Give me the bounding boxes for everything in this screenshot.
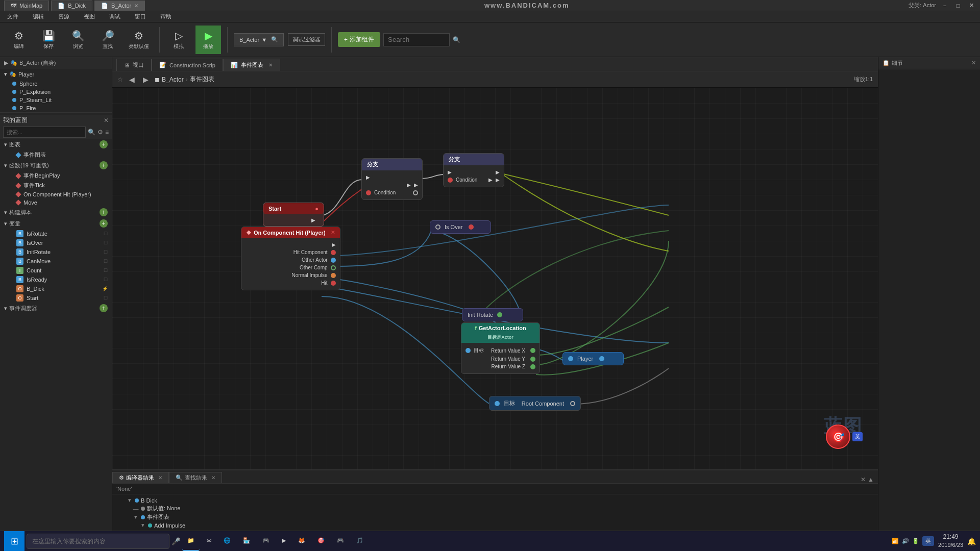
taskbar-mail[interactable]: ✉ [202, 532, 216, 551]
close-find-tab[interactable]: ✕ [211, 475, 215, 481]
tab-find-results[interactable]: 🔍 查找结果 ✕ [169, 472, 222, 483]
settings-button[interactable]: ⚙ 类默认值 [125, 26, 153, 54]
player-section-header[interactable]: ▾ 🎭 Player [0, 69, 112, 80]
tab-construction-script[interactable]: 📝 Construction Scrip [152, 59, 223, 71]
hit-pin[interactable]: Hit [241, 279, 340, 287]
blueprint-search-input[interactable] [3, 127, 86, 138]
event-beginplay-item[interactable]: 事件BeginPlay [0, 171, 112, 181]
start-output-exec[interactable]: ▶ [267, 216, 320, 224]
play-button[interactable]: ▶ 播放 [195, 26, 221, 54]
graphs-header[interactable]: ▾ 图表 + [0, 139, 112, 150]
taskbar-browser[interactable]: 🌐 [218, 532, 236, 551]
taskbar-game1[interactable]: 🎮 [257, 532, 275, 551]
expand-bdick[interactable]: ▾ [127, 497, 133, 504]
save-button[interactable]: 💾 保存 [36, 26, 61, 54]
close-button[interactable]: ✕ [967, 2, 976, 9]
back-button[interactable]: ◀ [127, 74, 137, 85]
move-item[interactable]: Move [0, 198, 112, 207]
add-function-button[interactable]: + [100, 161, 108, 169]
taskbar-file-explorer[interactable]: 📁 [182, 532, 200, 551]
filter-icon[interactable]: ⚙ [97, 129, 103, 136]
branch1-condition-pin[interactable]: Condition [362, 189, 422, 196]
star-icon[interactable]: ☆ [117, 76, 123, 83]
actor-breadcrumb[interactable]: B_Actor [162, 76, 184, 83]
on-component-hit-node[interactable]: ◆ On Component Hit (Player) ✕ ▶ Hit Comp… [241, 227, 340, 290]
menu-window[interactable]: 窗口 [132, 12, 149, 21]
macros-header[interactable]: ▾ 构建脚本 + [0, 207, 112, 218]
browse-button[interactable]: 🔍 浏览 [65, 26, 91, 54]
notification-icon[interactable]: 🔔 [967, 537, 976, 545]
start-button[interactable]: ⊞ [4, 531, 24, 552]
find-button[interactable]: 🔎 直找 [95, 26, 120, 54]
time-block[interactable]: 21:49 2019/6/23 [938, 533, 963, 549]
p-fire-item[interactable]: P_Fire [0, 104, 112, 112]
add-macro-button[interactable]: + [100, 208, 108, 216]
branch2-node[interactable]: 分支 ▶ ▶ Condition ▶ ▶ [443, 153, 504, 187]
tree-row-addimpulse1[interactable]: ▾ Add Impulse [112, 521, 878, 529]
mic-icon[interactable]: 🎤 [172, 537, 180, 545]
branch1-node[interactable]: 分支 ▶ ▶ ▶ Condition [361, 158, 423, 200]
close-bottom-icon[interactable]: ✕ [861, 476, 866, 483]
compile-button[interactable]: ⚙ 编译 [6, 26, 32, 54]
hit-component-pin[interactable]: Hit Component [241, 248, 340, 256]
taskbar-search-input[interactable] [27, 534, 169, 549]
functions-header[interactable]: ▾ 函数(19 可重载) + [0, 160, 112, 171]
p-explosion-item[interactable]: P_Explosion [0, 88, 112, 96]
network-icon[interactable]: 📶 [892, 538, 899, 544]
var-canmove[interactable]: B CanMove ☐ [0, 257, 112, 266]
tab-bdick[interactable]: 📄 B_Dick [51, 1, 92, 11]
p-steam-lit-item[interactable]: P_Steam_Lit [0, 96, 112, 104]
maximize-button[interactable]: □ [953, 2, 963, 9]
minimize-button[interactable]: − [940, 2, 949, 9]
menu-file[interactable]: 文件 [4, 12, 21, 21]
taskbar-steam[interactable]: 🎮 [332, 532, 349, 551]
event-tick-item[interactable]: 事件Tick [0, 181, 112, 190]
node-close-x[interactable]: ✕ [331, 230, 335, 235]
get-actor-location-node[interactable]: f GetActorLocation 目标是Actor 目标 Return Va… [461, 322, 540, 374]
taskbar-firefox[interactable]: 🦊 [293, 532, 310, 551]
tab-event-graph[interactable]: 📊 事件图表 ✕ [223, 59, 280, 71]
add-component-button[interactable]: + 添加组件 [338, 32, 380, 47]
close-icon[interactable]: ✕ [104, 117, 109, 124]
menu-asset[interactable]: 资源 [55, 12, 72, 21]
event-graph-item[interactable]: 事件图表 [0, 150, 112, 160]
var-bdick[interactable]: O B_Dick ⚡ [0, 284, 112, 293]
add-graph-button[interactable]: + [100, 140, 108, 148]
start-node[interactable]: Start ● ▶ [263, 203, 324, 227]
tree-row-eventgraph[interactable]: ▾ 事件图表 [112, 513, 878, 521]
tab-bactor[interactable]: 📄 B_Actor ✕ [94, 1, 145, 11]
menu-edit[interactable]: 编辑 [30, 12, 47, 21]
tab-compile-results[interactable]: ⚙ 编译器结果 ✕ [112, 472, 169, 483]
var-isover[interactable]: B IsOver ☐ [0, 238, 112, 247]
close-event-graph-icon[interactable]: ✕ [268, 62, 273, 68]
add-event-button[interactable]: + [100, 304, 108, 312]
taskbar-ue4[interactable]: 🎯 [312, 532, 330, 551]
search-input[interactable] [383, 33, 450, 46]
root-component-node[interactable]: 目标 Root Component [489, 396, 581, 411]
tab-mainmap[interactable]: 🗺 MainMap [4, 1, 49, 11]
normal-impulse-pin[interactable]: Normal Impulse [241, 271, 340, 279]
menu-view[interactable]: 视图 [81, 12, 98, 21]
is-over-node[interactable]: Is Over [430, 220, 491, 234]
var-initrotate[interactable]: B InitRotate ☐ [0, 247, 112, 257]
exec-output[interactable]: ▶ [241, 241, 340, 248]
var-isrotate[interactable]: B IsRotate ☐ [0, 229, 112, 238]
taskbar-music[interactable]: 🎵 [351, 532, 369, 551]
taskbar-store[interactable]: 🏪 [238, 532, 255, 551]
variables-header[interactable]: ▾ 变量 + [0, 218, 112, 229]
return-z-pin[interactable]: Return Value Z [461, 363, 540, 370]
close-compile-tab[interactable]: ✕ [158, 475, 162, 481]
expand-bottom-icon[interactable]: ▲ [868, 476, 874, 483]
branch2-condition-pin[interactable]: Condition ▶ ▶ [444, 176, 504, 184]
tree-row-default1[interactable]: — 默认值: None [112, 504, 878, 513]
init-rotate-node[interactable]: Init Rotate [462, 308, 523, 321]
var-start[interactable]: O Start ☐ [0, 293, 112, 303]
other-comp-pin[interactable]: Other Comp [241, 264, 340, 271]
more-icon[interactable]: ≡ [105, 129, 109, 136]
return-y-pin[interactable]: Return Value Y [461, 355, 540, 363]
taskbar-media[interactable]: ▶ [277, 532, 291, 551]
expand-addimpulse1[interactable]: ▾ [140, 522, 146, 529]
lang-indicator[interactable]: 英 [922, 536, 934, 546]
add-variable-button[interactable]: + [100, 219, 108, 228]
var-isready[interactable]: B IsReady ☐ [0, 275, 112, 284]
